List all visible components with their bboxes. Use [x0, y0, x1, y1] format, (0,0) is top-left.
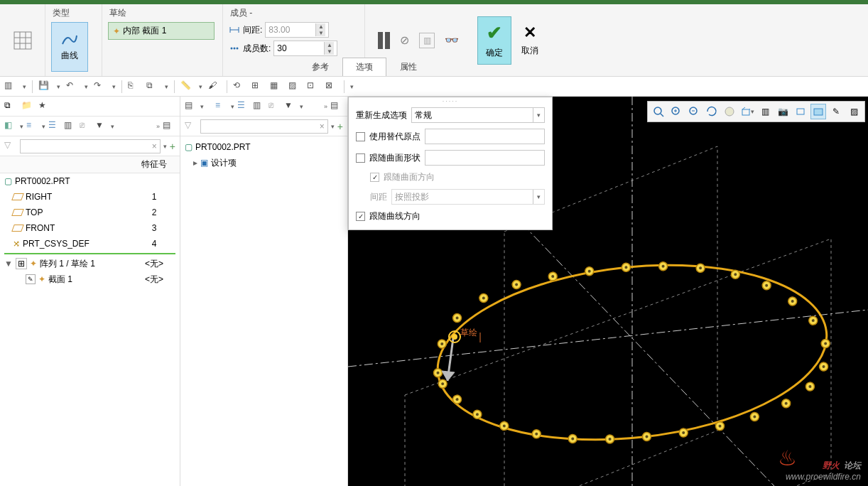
sub-tabs: 参考 选项 属性 — [298, 58, 430, 76]
zoom-out-icon[interactable] — [686, 104, 702, 119]
csys-icon: ⤨ — [13, 239, 20, 249]
shaded-icon[interactable] — [810, 104, 826, 119]
alt-origin-checkbox[interactable] — [356, 132, 365, 141]
cube-icon[interactable]: ◧ — [4, 120, 17, 133]
ok-button[interactable]: ✔ 确定 — [477, 16, 511, 65]
sphere-icon[interactable] — [722, 104, 737, 119]
sketch-label: 草绘 — [108, 6, 217, 22]
sketch-ref-field[interactable]: ✦ 内部 截面 1 — [108, 22, 215, 40]
sketch-icon: ✎ — [26, 274, 36, 284]
close-window-icon[interactable]: ⊠ — [325, 80, 338, 93]
save-icon[interactable]: 💾 — [38, 80, 51, 93]
watermark: 野火 论坛 www.proewildfire.cn — [786, 455, 861, 482]
members-label: 成员 - — [229, 6, 359, 22]
star-tab-icon[interactable]: ★ — [38, 100, 51, 113]
filter-icon[interactable]: ▼ — [95, 120, 108, 133]
options-dropdown: ∙∙∙∙∙ 重新生成选项 常规▾ 使用替代原点 跟随曲面形状 跟随曲面方向 间距… — [348, 97, 553, 230]
spacing-combo: 按照投影▾ — [391, 189, 545, 205]
ribbon: 类型 曲线 草绘 ✦ 内部 截面 1 成员 - 间距: 83.00▲▼ 成员数:… — [0, 4, 868, 77]
ruler-icon[interactable]: 📏 — [180, 80, 193, 93]
pause-button[interactable] — [378, 32, 390, 49]
paint-icon[interactable]: 🖌 — [208, 80, 221, 93]
svg-point-92 — [452, 334, 457, 340]
list2-icon[interactable]: ☰ — [237, 100, 250, 113]
settings-icon[interactable]: ▤ — [330, 100, 343, 113]
saved-views-icon[interactable]: ▥ — [757, 104, 773, 119]
col-icon[interactable]: ▥ — [253, 100, 266, 113]
tool-icon[interactable]: ⊞ — [251, 80, 264, 93]
tab-options[interactable]: 选项 — [342, 58, 386, 76]
count-input[interactable]: 30▲▼ — [273, 40, 337, 56]
no-icon[interactable]: ⊘ — [400, 33, 409, 47]
cancel-button[interactable]: ✕ 取消 — [513, 16, 547, 65]
annotation-icon[interactable]: ✎ — [828, 104, 844, 119]
refit-icon[interactable] — [651, 104, 666, 119]
svg-point-11 — [654, 107, 661, 114]
plane-icon — [11, 193, 24, 200]
tool-icon[interactable]: ⟲ — [233, 80, 246, 93]
funnel-icon[interactable]: ▽ — [185, 120, 197, 133]
svg-rect-0 — [14, 32, 31, 49]
undo-icon[interactable]: ↶ — [66, 80, 79, 93]
chevron-icon[interactable]: » — [324, 103, 327, 110]
model-tree[interactable]: ▢ PRT0002.PRT RIGHT1 TOP2 FRONT3 ⤨ PRT_C… — [0, 173, 180, 486]
curve-type-button[interactable]: 曲线 — [51, 22, 88, 72]
repaint-icon[interactable] — [704, 104, 720, 119]
tool-icon[interactable]: ⎘ — [128, 80, 141, 93]
svg-line-12 — [661, 114, 663, 117]
tree-filter-input[interactable]: × — [20, 139, 161, 153]
filter-icon[interactable]: ▼ — [284, 100, 297, 113]
svg-line-21 — [749, 107, 750, 109]
overflow-icon[interactable]: ▾ — [350, 83, 354, 90]
spacing-input[interactable]: 83.00▲▼ — [265, 22, 329, 38]
chevron-icon[interactable]: » — [156, 123, 160, 130]
drag-handle[interactable]: ∙∙∙∙∙ — [349, 97, 552, 104]
alt-origin-field[interactable] — [425, 129, 545, 144]
funnel-icon[interactable]: ▽ — [4, 140, 17, 153]
tree-tab-icon[interactable]: ⧉ — [4, 100, 17, 113]
tab-properties[interactable]: 属性 — [386, 58, 430, 76]
list2-icon[interactable]: ☰ — [48, 120, 61, 133]
follow-surface-checkbox[interactable] — [356, 153, 365, 163]
list-icon[interactable]: ≡ — [26, 120, 39, 133]
grid-icon-button[interactable] — [4, 16, 41, 65]
model-tree-panel: ⧉ 📁 ★ ◧▾ ≡▾ ☰ ▥ ⎚ ▼▾ » ▤ ▽ × ▾ + 特征号 ▢ P… — [0, 97, 180, 486]
follow-surface-field[interactable] — [425, 150, 545, 166]
svg-point-9 — [234, 48, 236, 50]
camera-icon[interactable]: 📷 — [775, 104, 791, 119]
display-style-icon[interactable]: ▾ — [739, 104, 755, 119]
plane-icon — [11, 209, 24, 216]
mid-filter-input[interactable]: × — [200, 119, 328, 134]
tool-icon[interactable]: ⎚ — [268, 100, 281, 113]
follow-surface-dir-checkbox — [370, 173, 379, 182]
tool-icon[interactable]: ⧉ — [146, 80, 159, 93]
svg-point-10 — [237, 48, 239, 50]
regen-combo[interactable]: 常规▾ — [411, 107, 545, 123]
redo-icon[interactable]: ↷ — [94, 80, 107, 93]
zoom-in-icon[interactable] — [668, 104, 684, 119]
svg-rect-19 — [742, 109, 749, 115]
design-tree[interactable]: ▢ PRT0002.PRT ▸ ▣ 设计项 — [180, 136, 347, 486]
tool-icon[interactable]: ⎚ — [80, 120, 92, 133]
viewport-toolbar: ▾ ▥ 📷 ✎ ▨ — [647, 101, 865, 122]
tool-icon[interactable]: ▨ — [288, 80, 301, 93]
type-label: 类型 — [51, 6, 96, 22]
list-icon[interactable]: ≡ — [215, 100, 228, 113]
tb-icon[interactable]: ▥ — [4, 80, 17, 93]
tab-reference[interactable]: 参考 — [298, 58, 342, 76]
follow-curve-checkbox[interactable] — [356, 212, 365, 221]
glasses-icon[interactable]: 👓 — [445, 33, 459, 47]
box-icon[interactable]: ▥ — [419, 33, 435, 48]
svg-point-8 — [231, 48, 233, 50]
tool-icon[interactable]: ⊡ — [307, 80, 320, 93]
add-icon[interactable]: + — [170, 141, 175, 152]
folder-tab-icon[interactable]: 📁 — [21, 100, 34, 113]
svg-rect-23 — [814, 109, 823, 115]
settings-icon[interactable]: ▤ — [163, 120, 175, 133]
datum-icon[interactable]: ▨ — [846, 104, 862, 119]
col-icon[interactable]: ▥ — [64, 120, 77, 133]
tool-icon[interactable]: ▦ — [270, 80, 283, 93]
add-icon[interactable]: + — [337, 121, 343, 132]
perspective-icon[interactable] — [793, 104, 808, 119]
sheet-icon[interactable]: ▤ — [185, 100, 197, 113]
